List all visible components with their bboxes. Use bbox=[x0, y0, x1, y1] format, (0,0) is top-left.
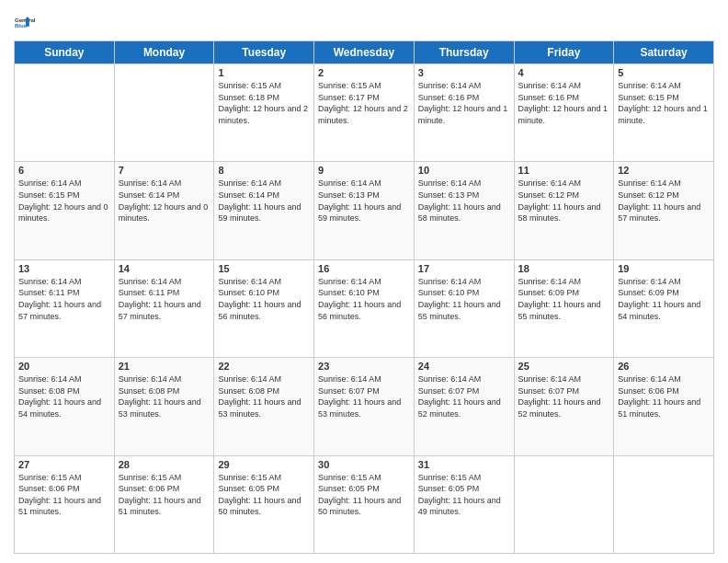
week-row-1: 6Sunrise: 6:14 AM Sunset: 6:15 PM Daylig… bbox=[15, 162, 714, 259]
day-number: 29 bbox=[218, 459, 310, 470]
day-number: 10 bbox=[418, 165, 510, 176]
day-number: 28 bbox=[119, 459, 210, 470]
day-info: Sunrise: 6:14 AM Sunset: 6:10 PM Dayligh… bbox=[418, 276, 510, 322]
calendar-cell: 16Sunrise: 6:14 AM Sunset: 6:10 PM Dayli… bbox=[314, 259, 415, 357]
day-info: Sunrise: 6:15 AM Sunset: 6:18 PM Dayligh… bbox=[218, 80, 310, 126]
day-info: Sunrise: 6:14 AM Sunset: 6:12 PM Dayligh… bbox=[518, 178, 610, 224]
calendar-cell: 30Sunrise: 6:15 AM Sunset: 6:05 PM Dayli… bbox=[314, 455, 415, 553]
calendar-cell: 17Sunrise: 6:14 AM Sunset: 6:10 PM Dayli… bbox=[414, 259, 514, 357]
calendar-cell: 13Sunrise: 6:14 AM Sunset: 6:11 PM Dayli… bbox=[15, 259, 115, 357]
week-row-2: 13Sunrise: 6:14 AM Sunset: 6:11 PM Dayli… bbox=[15, 259, 714, 357]
week-row-3: 20Sunrise: 6:14 AM Sunset: 6:08 PM Dayli… bbox=[15, 358, 714, 455]
day-info: Sunrise: 6:15 AM Sunset: 6:06 PM Dayligh… bbox=[119, 472, 210, 518]
calendar-cell: 1Sunrise: 6:15 AM Sunset: 6:18 PM Daylig… bbox=[214, 64, 314, 162]
day-number: 19 bbox=[618, 263, 710, 274]
day-info: Sunrise: 6:14 AM Sunset: 6:15 PM Dayligh… bbox=[618, 80, 710, 126]
week-row-0: 1Sunrise: 6:15 AM Sunset: 6:18 PM Daylig… bbox=[15, 64, 714, 162]
day-info: Sunrise: 6:14 AM Sunset: 6:08 PM Dayligh… bbox=[119, 373, 210, 419]
calendar-cell: 2Sunrise: 6:15 AM Sunset: 6:17 PM Daylig… bbox=[314, 64, 415, 162]
calendar-cell: 27Sunrise: 6:15 AM Sunset: 6:06 PM Dayli… bbox=[15, 455, 115, 553]
day-number: 3 bbox=[418, 67, 510, 78]
day-info: Sunrise: 6:14 AM Sunset: 6:09 PM Dayligh… bbox=[518, 276, 610, 322]
calendar-cell: 5Sunrise: 6:14 AM Sunset: 6:15 PM Daylig… bbox=[614, 64, 714, 162]
day-info: Sunrise: 6:14 AM Sunset: 6:13 PM Dayligh… bbox=[418, 178, 510, 224]
calendar-cell: 21Sunrise: 6:14 AM Sunset: 6:08 PM Dayli… bbox=[114, 358, 214, 455]
day-info: Sunrise: 6:14 AM Sunset: 6:10 PM Dayligh… bbox=[218, 276, 310, 322]
dow-header-monday: Monday bbox=[114, 41, 214, 64]
calendar-cell bbox=[514, 455, 614, 553]
calendar-cell bbox=[15, 64, 115, 162]
day-info: Sunrise: 6:14 AM Sunset: 6:12 PM Dayligh… bbox=[618, 178, 710, 224]
day-number: 13 bbox=[18, 263, 110, 274]
day-info: Sunrise: 6:14 AM Sunset: 6:13 PM Dayligh… bbox=[318, 178, 410, 224]
page: General Blue SundayMondayTuesdayWednesda… bbox=[0, 0, 728, 563]
day-number: 16 bbox=[318, 263, 410, 274]
day-info: Sunrise: 6:14 AM Sunset: 6:09 PM Dayligh… bbox=[618, 276, 710, 322]
day-info: Sunrise: 6:14 AM Sunset: 6:10 PM Dayligh… bbox=[318, 276, 410, 322]
calendar-cell: 24Sunrise: 6:14 AM Sunset: 6:07 PM Dayli… bbox=[414, 358, 514, 455]
header: General Blue bbox=[14, 9, 714, 35]
week-row-4: 27Sunrise: 6:15 AM Sunset: 6:06 PM Dayli… bbox=[15, 455, 714, 553]
day-info: Sunrise: 6:14 AM Sunset: 6:08 PM Dayligh… bbox=[18, 373, 110, 419]
generalblue-icon: General Blue bbox=[14, 9, 40, 35]
calendar-cell: 22Sunrise: 6:14 AM Sunset: 6:08 PM Dayli… bbox=[214, 358, 314, 455]
calendar-cell: 11Sunrise: 6:14 AM Sunset: 6:12 PM Dayli… bbox=[514, 162, 614, 259]
calendar-cell: 28Sunrise: 6:15 AM Sunset: 6:06 PM Dayli… bbox=[114, 455, 214, 553]
dow-header-wednesday: Wednesday bbox=[314, 41, 415, 64]
day-number: 17 bbox=[418, 263, 510, 274]
day-info: Sunrise: 6:15 AM Sunset: 6:05 PM Dayligh… bbox=[318, 472, 410, 518]
day-info: Sunrise: 6:14 AM Sunset: 6:16 PM Dayligh… bbox=[418, 80, 510, 126]
day-info: Sunrise: 6:14 AM Sunset: 6:07 PM Dayligh… bbox=[318, 373, 410, 419]
day-number: 12 bbox=[618, 165, 710, 176]
calendar-cell: 9Sunrise: 6:14 AM Sunset: 6:13 PM Daylig… bbox=[314, 162, 415, 259]
day-number: 14 bbox=[119, 263, 210, 274]
day-number: 9 bbox=[318, 165, 410, 176]
day-info: Sunrise: 6:14 AM Sunset: 6:06 PM Dayligh… bbox=[618, 373, 710, 419]
calendar-cell bbox=[114, 64, 214, 162]
days-of-week-row: SundayMondayTuesdayWednesdayThursdayFrid… bbox=[15, 41, 714, 64]
calendar-cell: 18Sunrise: 6:14 AM Sunset: 6:09 PM Dayli… bbox=[514, 259, 614, 357]
day-number: 11 bbox=[518, 165, 610, 176]
day-number: 31 bbox=[418, 459, 510, 470]
day-number: 26 bbox=[618, 361, 710, 372]
calendar-cell: 29Sunrise: 6:15 AM Sunset: 6:05 PM Dayli… bbox=[214, 455, 314, 553]
svg-text:Blue: Blue bbox=[15, 23, 28, 29]
calendar-cell: 19Sunrise: 6:14 AM Sunset: 6:09 PM Dayli… bbox=[614, 259, 714, 357]
day-number: 7 bbox=[119, 165, 210, 176]
calendar-cell: 8Sunrise: 6:14 AM Sunset: 6:14 PM Daylig… bbox=[214, 162, 314, 259]
calendar-table: SundayMondayTuesdayWednesdayThursdayFrid… bbox=[14, 40, 714, 554]
calendar-cell: 31Sunrise: 6:15 AM Sunset: 6:05 PM Dayli… bbox=[414, 455, 514, 553]
day-info: Sunrise: 6:14 AM Sunset: 6:07 PM Dayligh… bbox=[418, 373, 510, 419]
calendar-cell: 4Sunrise: 6:14 AM Sunset: 6:16 PM Daylig… bbox=[514, 64, 614, 162]
day-info: Sunrise: 6:15 AM Sunset: 6:17 PM Dayligh… bbox=[318, 80, 410, 126]
calendar-cell: 3Sunrise: 6:14 AM Sunset: 6:16 PM Daylig… bbox=[414, 64, 514, 162]
day-info: Sunrise: 6:15 AM Sunset: 6:05 PM Dayligh… bbox=[218, 472, 310, 518]
day-number: 4 bbox=[518, 67, 610, 78]
calendar-cell: 7Sunrise: 6:14 AM Sunset: 6:14 PM Daylig… bbox=[114, 162, 214, 259]
day-number: 6 bbox=[18, 165, 110, 176]
day-info: Sunrise: 6:15 AM Sunset: 6:05 PM Dayligh… bbox=[418, 472, 510, 518]
calendar-cell: 12Sunrise: 6:14 AM Sunset: 6:12 PM Dayli… bbox=[614, 162, 714, 259]
day-number: 30 bbox=[318, 459, 410, 470]
day-info: Sunrise: 6:14 AM Sunset: 6:07 PM Dayligh… bbox=[518, 373, 610, 419]
dow-header-tuesday: Tuesday bbox=[214, 41, 314, 64]
day-info: Sunrise: 6:15 AM Sunset: 6:06 PM Dayligh… bbox=[18, 472, 110, 518]
day-info: Sunrise: 6:14 AM Sunset: 6:11 PM Dayligh… bbox=[18, 276, 110, 322]
day-info: Sunrise: 6:14 AM Sunset: 6:11 PM Dayligh… bbox=[119, 276, 210, 322]
day-number: 5 bbox=[618, 67, 710, 78]
calendar-cell: 26Sunrise: 6:14 AM Sunset: 6:06 PM Dayli… bbox=[614, 358, 714, 455]
calendar-cell: 25Sunrise: 6:14 AM Sunset: 6:07 PM Dayli… bbox=[514, 358, 614, 455]
calendar-cell: 23Sunrise: 6:14 AM Sunset: 6:07 PM Dayli… bbox=[314, 358, 415, 455]
day-info: Sunrise: 6:14 AM Sunset: 6:14 PM Dayligh… bbox=[119, 178, 210, 224]
logo: General Blue bbox=[14, 9, 40, 35]
calendar-cell: 14Sunrise: 6:14 AM Sunset: 6:11 PM Dayli… bbox=[114, 259, 214, 357]
dow-header-friday: Friday bbox=[514, 41, 614, 64]
day-info: Sunrise: 6:14 AM Sunset: 6:08 PM Dayligh… bbox=[218, 373, 310, 419]
calendar-body: 1Sunrise: 6:15 AM Sunset: 6:18 PM Daylig… bbox=[15, 64, 714, 554]
calendar-cell bbox=[614, 455, 714, 553]
calendar-cell: 6Sunrise: 6:14 AM Sunset: 6:15 PM Daylig… bbox=[15, 162, 115, 259]
day-info: Sunrise: 6:14 AM Sunset: 6:14 PM Dayligh… bbox=[218, 178, 310, 224]
day-number: 23 bbox=[318, 361, 410, 372]
calendar-cell: 10Sunrise: 6:14 AM Sunset: 6:13 PM Dayli… bbox=[414, 162, 514, 259]
day-number: 22 bbox=[218, 361, 310, 372]
